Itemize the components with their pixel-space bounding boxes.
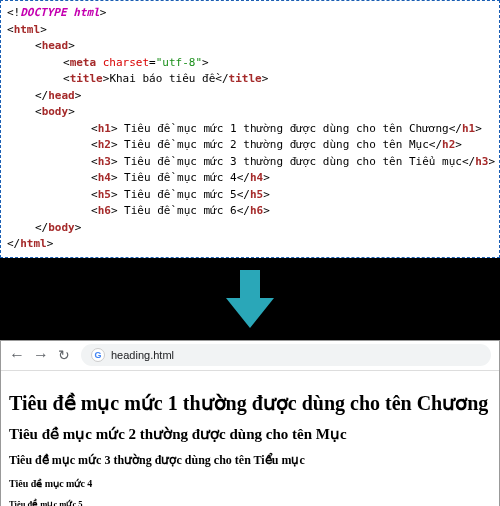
code-line-head-open: <head> — [35, 38, 493, 55]
code-line-head-close: </head> — [35, 88, 493, 105]
browser-window: ← → ↻ G heading.html Tiêu đề mục mức 1 t… — [0, 340, 500, 507]
address-bar[interactable]: G heading.html — [81, 344, 491, 366]
forward-button[interactable]: → — [33, 346, 47, 364]
browser-toolbar: ← → ↻ G heading.html — [1, 341, 499, 371]
code-line-h4: <h4> Tiêu đề mục mức 4</h4> — [91, 170, 493, 187]
code-line-title: <title>Khai báo tiêu đề</title> — [63, 71, 493, 88]
down-arrow-icon — [222, 268, 278, 330]
code-line-h1: <h1> Tiêu đề mục mức 1 thường được dùng … — [91, 121, 493, 138]
code-line-html-open: <html> — [7, 22, 493, 39]
code-line-doctype: <!DOCTYPE html> — [7, 5, 493, 22]
heading-h5: Tiêu đề mục mức 5 — [9, 499, 491, 507]
svg-marker-0 — [226, 270, 274, 328]
heading-h4: Tiêu đề mục mức 4 — [9, 478, 491, 489]
code-line-html-close: </html> — [7, 236, 493, 253]
code-line-body-close: </body> — [35, 220, 493, 237]
code-line-h3: <h3> Tiêu đề mục mức 3 thường được dùng … — [91, 154, 493, 171]
reload-button[interactable]: ↻ — [57, 347, 71, 363]
back-button[interactable]: ← — [9, 346, 23, 364]
arrow-divider — [0, 258, 500, 340]
heading-h3: Tiêu đề mục mức 3 thường được dùng cho t… — [9, 453, 491, 468]
url-text: heading.html — [111, 349, 174, 361]
code-line-h6: <h6> Tiêu đề mục mức 6</h6> — [91, 203, 493, 220]
heading-h1: Tiêu đề mục mức 1 thường được dùng cho t… — [9, 391, 491, 415]
rendered-page: Tiêu đề mục mức 1 thường được dùng cho t… — [1, 371, 499, 507]
code-line-body-open: <body> — [35, 104, 493, 121]
code-line-h5: <h5> Tiêu đề mục mức 5</h5> — [91, 187, 493, 204]
heading-h2: Tiêu đề mục mức 2 thường được dùng cho t… — [9, 425, 491, 443]
code-line-h2: <h2> Tiêu đề mục mức 2 thường được dùng … — [91, 137, 493, 154]
google-icon: G — [91, 348, 105, 362]
source-code-panel: <!DOCTYPE html> <html> <head> <meta char… — [0, 0, 500, 258]
code-line-meta: <meta charset="utf-8"> — [63, 55, 493, 72]
